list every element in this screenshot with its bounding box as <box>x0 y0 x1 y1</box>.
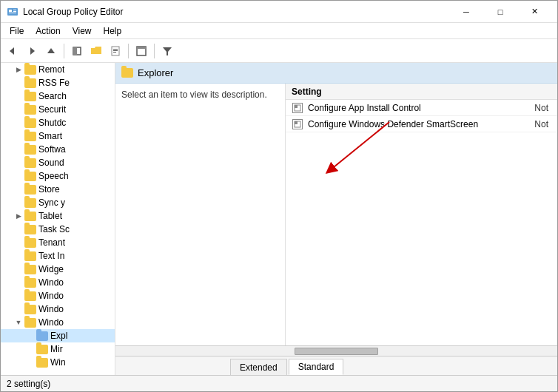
folder-icon <box>91 47 101 55</box>
tree-item-windo-expanded[interactable]: ▼ Windo <box>1 316 115 329</box>
tree-item-explorer[interactable]: Expl <box>1 329 115 342</box>
status-text: 2 setting(s) <box>7 379 50 389</box>
settings-table[interactable]: Configure App Install Control Not <box>286 100 557 345</box>
horizontal-scrollbar[interactable] <box>115 345 557 356</box>
tree-item-securit[interactable]: Securit <box>1 103 115 116</box>
back-button[interactable] <box>4 42 21 60</box>
svg-marker-16 <box>163 47 172 55</box>
content-header: Explorer <box>115 63 557 84</box>
folder-icon-store <box>24 185 36 195</box>
svg-rect-2 <box>13 10 16 10</box>
tree-item-textin[interactable]: Text In <box>1 249 115 263</box>
tree-item-windo1[interactable]: Windo <box>1 276 115 289</box>
folder-icon-windo3 <box>24 305 36 314</box>
description-panel: Select an item to view its description. <box>115 84 286 345</box>
toolbar <box>1 39 557 63</box>
tree-label: Remot <box>38 64 64 75</box>
window-controls: ─ □ ✕ <box>449 1 551 23</box>
tree-item-syncy[interactable]: Sync y <box>1 196 115 209</box>
tree-item-shutdc[interactable]: Shutdc <box>1 116 115 129</box>
tree-label: Windo <box>38 317 64 328</box>
main-window: Local Group Policy Editor ─ □ ✕ File Act… <box>0 0 558 392</box>
folder-icon-textin <box>24 251 36 261</box>
forward-button[interactable] <box>23 42 41 60</box>
folder-icon-tablet <box>24 212 36 221</box>
tree-item-search[interactable]: Search <box>1 89 115 103</box>
tree-item-sound[interactable]: Sound <box>1 156 115 169</box>
close-button[interactable]: ✕ <box>517 1 551 23</box>
tree-item-remot[interactable]: ▶ Remot <box>1 63 115 76</box>
policy-badge-1 <box>292 103 303 113</box>
properties-icon <box>110 46 121 56</box>
up-icon <box>46 46 56 56</box>
svg-rect-3 <box>13 11 16 12</box>
tree-item-speech[interactable]: Speech <box>1 169 115 183</box>
status-bar: 2 setting(s) <box>1 375 557 391</box>
tree-item-rssfe[interactable]: RSS Fe <box>1 76 115 89</box>
svg-rect-9 <box>73 47 77 55</box>
minimize-button[interactable]: ─ <box>449 1 483 23</box>
svg-rect-1 <box>9 10 12 12</box>
folder-button[interactable] <box>87 42 105 60</box>
bottom-tabs: Extended Standard <box>115 356 557 375</box>
setting-row-1[interactable]: Configure App Install Control Not <box>286 100 557 116</box>
expand-icon[interactable]: ▶ <box>13 66 24 73</box>
folder-icon-softwa <box>24 145 36 155</box>
tree-item-softwa[interactable]: Softwa <box>1 143 115 156</box>
newwindow-icon <box>136 46 147 56</box>
collapse-icon[interactable]: ▼ <box>13 319 24 326</box>
folder-icon-shutdc <box>24 118 36 128</box>
tree-item-windo3[interactable]: Windo <box>1 303 115 316</box>
tree-label: Shutdc <box>38 118 66 128</box>
show-hide-button[interactable] <box>68 42 86 60</box>
new-window-button[interactable] <box>132 42 150 60</box>
menu-help[interactable]: Help <box>98 24 128 38</box>
tree-label: Task Sc <box>38 224 70 234</box>
tree-label: Mir <box>50 344 63 354</box>
tree-label: Softwa <box>38 144 66 155</box>
content-panel: Explorer Select an item to view its desc… <box>115 63 557 375</box>
tree-label: Securit <box>38 104 66 115</box>
folder-icon-win <box>36 358 48 368</box>
folder-icon-remot <box>24 65 36 75</box>
tree-item-tenant[interactable]: Tenant <box>1 236 115 249</box>
tree-item-store[interactable]: Store <box>1 183 115 196</box>
filter-button[interactable] <box>158 42 176 60</box>
settings-table-header: Setting <box>286 84 557 100</box>
setting-state-2: Not <box>534 119 551 129</box>
maximize-button[interactable]: □ <box>483 1 517 23</box>
expand-icon[interactable]: ▶ <box>13 212 24 220</box>
svg-rect-20 <box>295 121 298 124</box>
tree-item-smart[interactable]: Smart <box>1 129 115 143</box>
tree-item-win[interactable]: Win <box>1 356 115 369</box>
tree-item-windo2[interactable]: Windo <box>1 289 115 303</box>
title-bar-left: Local Group Policy Editor <box>7 6 123 18</box>
app-icon <box>7 6 19 18</box>
tree-item-mir[interactable]: Mir <box>1 342 115 356</box>
tab-standard[interactable]: Standard <box>289 359 344 375</box>
policy-badge-2 <box>292 119 303 129</box>
tree-label: Sync y <box>38 197 65 208</box>
tree-label: Widge <box>38 264 64 274</box>
tree-label: Smart <box>38 131 62 141</box>
folder-icon-rssfe <box>24 78 36 88</box>
tab-extended[interactable]: Extended <box>230 359 287 375</box>
policy-icon-1 <box>292 102 303 114</box>
menu-view[interactable]: View <box>67 24 98 38</box>
content-body: Select an item to view its description. … <box>115 84 557 345</box>
tree-item-widge[interactable]: Widge <box>1 263 115 276</box>
scroll-thumb[interactable] <box>295 348 379 355</box>
tree-label: Win <box>50 357 66 368</box>
setting-row-2[interactable]: Configure Windows Defender SmartScreen N… <box>286 116 557 132</box>
tree-item-tablet[interactable]: ▶ Tablet <box>1 209 115 223</box>
menu-action[interactable]: Action <box>30 24 66 38</box>
toolbar-separator-2 <box>128 44 129 58</box>
tree-label: Windo <box>38 277 64 288</box>
folder-icon-windo2 <box>24 291 36 301</box>
tree-panel[interactable]: ▶ Remot RSS Fe Search Securit <box>1 63 115 375</box>
menu-file[interactable]: File <box>4 24 30 38</box>
up-button[interactable] <box>42 42 60 60</box>
showhide-icon <box>72 46 82 56</box>
tree-item-tasksc[interactable]: Task Sc <box>1 223 115 236</box>
properties-button[interactable] <box>107 42 124 60</box>
